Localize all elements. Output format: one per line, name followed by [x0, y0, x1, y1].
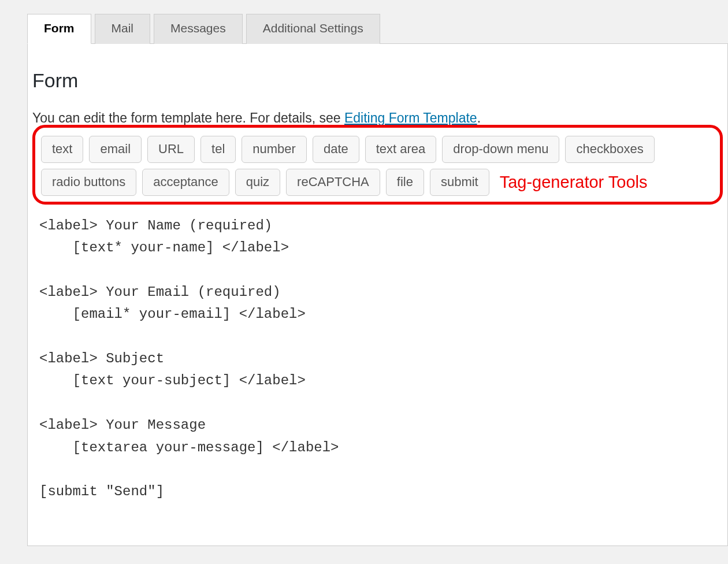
tab-messages[interactable]: Messages: [154, 14, 243, 44]
panel-heading: Form: [32, 69, 723, 92]
tag-quiz-button[interactable]: quiz: [235, 169, 280, 196]
tag-recaptcha-button[interactable]: reCAPTCHA: [286, 169, 380, 196]
tab-mail[interactable]: Mail: [95, 14, 151, 44]
form-panel: Form You can edit the form template here…: [27, 43, 728, 546]
tag-generator-toolbar: text email URL tel number date text area…: [41, 136, 714, 196]
panel-desc-suffix: .: [477, 110, 481, 125]
tab-bar: Form Mail Messages Additional Settings: [27, 0, 728, 44]
tag-url-button[interactable]: URL: [147, 136, 195, 163]
form-template-textarea[interactable]: <label> Your Name (required) [text* your…: [32, 205, 723, 503]
tag-radio-button[interactable]: radio buttons: [41, 169, 136, 196]
tag-number-button[interactable]: number: [242, 136, 307, 163]
tag-dropdown-button[interactable]: drop-down menu: [442, 136, 559, 163]
tab-additional-settings[interactable]: Additional Settings: [246, 14, 380, 44]
tag-email-button[interactable]: email: [89, 136, 142, 163]
tag-tel-button[interactable]: tel: [200, 136, 236, 163]
panel-description: You can edit the form template here. For…: [32, 110, 723, 126]
tag-submit-button[interactable]: submit: [430, 169, 489, 196]
tag-file-button[interactable]: file: [386, 169, 424, 196]
editing-form-template-link[interactable]: Editing Form Template: [344, 110, 477, 125]
tag-date-button[interactable]: date: [313, 136, 359, 163]
tag-text-button[interactable]: text: [41, 136, 83, 163]
tab-form[interactable]: Form: [27, 14, 91, 44]
callout-annotation-label: Tag-generator Tools: [500, 173, 648, 192]
panel-desc-text: You can edit the form template here. For…: [32, 110, 344, 125]
tag-textarea-button[interactable]: text area: [365, 136, 437, 163]
tag-generator-callout: text email URL tel number date text area…: [32, 125, 723, 205]
tag-checkboxes-button[interactable]: checkboxes: [565, 136, 654, 163]
tag-acceptance-button[interactable]: acceptance: [142, 169, 229, 196]
